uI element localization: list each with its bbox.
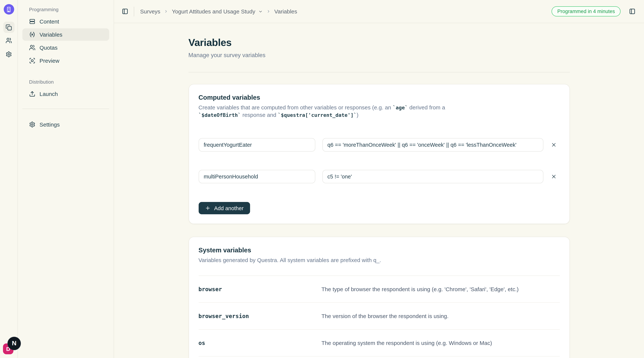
page-content: Variables Manage your survey variables C…: [188, 23, 570, 358]
sidebar-item-label: Settings: [40, 121, 60, 128]
plus-icon: [205, 205, 210, 211]
top-bar: Surveys Yogurt Attitudes and Usage Study…: [114, 0, 644, 23]
breadcrumb-surveys[interactable]: Surveys: [140, 8, 160, 15]
panel-right-toggle-icon[interactable]: [629, 8, 636, 15]
rail-settings-button[interactable]: [3, 49, 14, 60]
section-label-distribution: Distribution: [29, 79, 109, 85]
system-variable-description: The type of browser the respondent is us…: [322, 286, 518, 292]
sidebar-item-label: Quotas: [40, 44, 58, 51]
variable-name-input[interactable]: [198, 170, 315, 183]
computed-variables-title: Computed variables: [198, 94, 560, 102]
upload-icon: [29, 91, 36, 97]
variable-expression-input[interactable]: [322, 170, 543, 183]
remove-variable-button[interactable]: [549, 172, 558, 181]
system-variable-description: The operating system the respondent is u…: [322, 340, 492, 346]
sidebar-divider: [22, 109, 109, 109]
system-variable-name: browser_version: [198, 313, 322, 319]
org-avatar[interactable]: [4, 4, 14, 15]
gear-icon: [6, 51, 12, 57]
header-divider: [134, 7, 134, 16]
system-variable-name: os: [198, 339, 322, 346]
variable-expression-input[interactable]: [322, 138, 543, 151]
page-divider: [188, 72, 570, 72]
sidebar-item-label: Preview: [40, 58, 60, 64]
nav-sidebar: Programming Content Variables: [18, 0, 114, 358]
system-variables-description: Variables generated by Questra. All syst…: [198, 256, 476, 264]
page-subtitle: Manage your survey variables: [188, 52, 570, 59]
breadcrumb: Surveys Yogurt Attitudes and Usage Study…: [140, 8, 297, 15]
main-area: Variables Manage your survey variables C…: [114, 23, 644, 358]
section-label-programming: Programming: [29, 7, 109, 12]
building-icon: [6, 6, 12, 13]
scan-preview-icon: [29, 58, 36, 64]
icon-rail: [0, 0, 18, 358]
rail-surveys-button[interactable]: [3, 22, 14, 33]
sidebar-item-quotas[interactable]: Quotas: [22, 42, 109, 54]
gear-icon: [29, 121, 36, 128]
add-another-label: Add another: [214, 205, 244, 211]
computed-variables-description: Create variables that are computed from …: [198, 104, 476, 119]
breadcrumb-study[interactable]: Yogurt Attitudes and Usage Study: [172, 8, 255, 15]
sidebar-item-settings[interactable]: Settings: [22, 118, 109, 131]
app-root: Programming Content Variables: [0, 0, 644, 358]
system-variable-row: browser The type of browser the responde…: [198, 276, 560, 303]
breadcrumb-variables[interactable]: Variables: [274, 8, 297, 15]
sidebar-item-label: Variables: [40, 31, 62, 38]
computed-variables-card: Computed variables Create variables that…: [188, 84, 570, 224]
remove-variable-button[interactable]: [549, 140, 558, 149]
sidebar-item-label: Launch: [40, 91, 58, 97]
system-variable-row: os The operating system the respondent i…: [198, 330, 560, 356]
computed-variable-rows: [198, 138, 560, 183]
close-icon: [551, 173, 556, 180]
system-variable-row: browser_version The version of the brows…: [198, 303, 560, 330]
chevron-right-icon: [266, 9, 270, 14]
panel-left-toggle-icon[interactable]: [122, 8, 128, 15]
chevron-right-icon: [164, 9, 168, 14]
system-variables-title: System variables: [198, 246, 560, 254]
sidebar-item-launch[interactable]: Launch: [22, 88, 109, 100]
system-variable-description: The version of the browser the responden…: [322, 313, 448, 319]
sidebar-item-preview[interactable]: Preview: [22, 55, 109, 67]
computed-variable-row: [198, 138, 560, 151]
close-icon: [551, 142, 556, 148]
chevron-down-icon[interactable]: [259, 9, 263, 14]
sidebar-item-content[interactable]: Content: [22, 15, 109, 28]
system-variable-name: browser: [198, 286, 322, 292]
users-icon: [6, 37, 12, 44]
copy-docs-icon: [6, 24, 12, 31]
variable-icon: [29, 31, 36, 38]
users-icon: [29, 44, 36, 51]
add-another-button[interactable]: Add another: [198, 202, 250, 214]
sidebar-item-variables[interactable]: Variables: [22, 28, 109, 41]
programmed-time-badge[interactable]: Programmed in 4 minutes: [552, 6, 620, 17]
rail-audience-button[interactable]: [3, 35, 14, 46]
nextjs-dev-badge[interactable]: N: [8, 337, 21, 350]
system-variables-card: System variables Variables generated by …: [188, 237, 570, 358]
page-title: Variables: [188, 37, 570, 49]
computed-variable-row: [198, 170, 560, 183]
variable-name-input[interactable]: [198, 138, 315, 151]
sidebar-item-label: Content: [40, 18, 59, 25]
rows-icon: [29, 18, 36, 25]
